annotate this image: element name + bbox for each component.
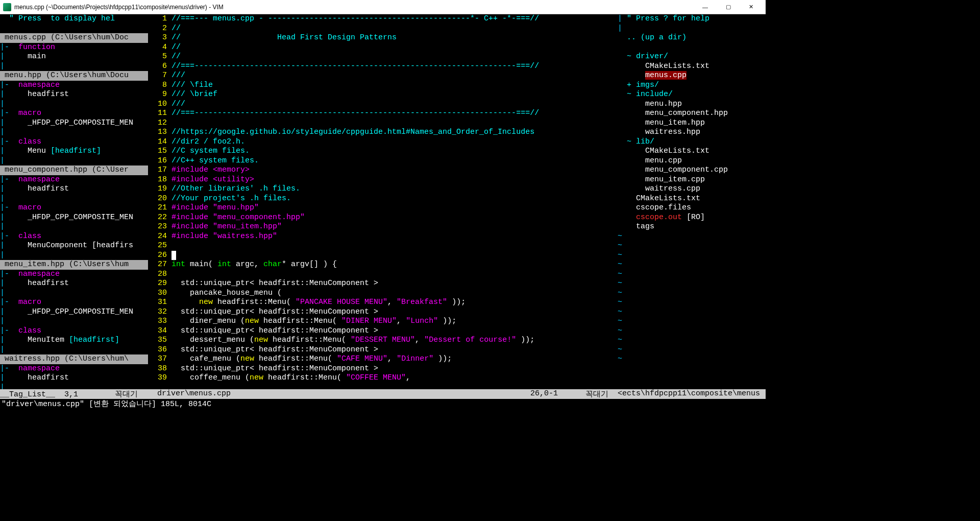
taglist-tag[interactable]: | headfirst [0,184,148,194]
source-line[interactable]: 20 //Your project's .h files. [153,194,613,204]
vim-window: menus.cpp (~\Documents\Projects\hfdpcpp1… [0,0,766,409]
source-line[interactable]: 21 #include "menu.hpp" [153,203,613,213]
source-line[interactable]: 10 /// [153,100,613,109]
minimize-button[interactable]: — [694,0,717,14]
source-pane[interactable]: 1 //===--- menus.cpp - -----------------… [153,14,613,389]
taglist-tag[interactable]: | main [0,52,148,62]
status-row: __Tag_List__ 3,1 꼭대기 driver\menus.cpp 26… [0,389,766,399]
nerdtree-item[interactable]: ~ driver/ [618,52,766,62]
taglist-tag[interactable]: | MenuComponent [headfirs [0,241,148,251]
nerdtree-pane[interactable]: | " Press ? for help| .. (up a dir) ~ dr… [618,14,766,389]
taglist-tag[interactable]: | _HFDP_CPP_COMPOSITE_MEN [0,119,148,128]
taglist-tag[interactable]: | _HFDP_CPP_COMPOSITE_MEN [0,213,148,223]
source-status-pos: 26,0-1 [530,389,558,399]
source-line[interactable]: 23 #include "menu_item.hpp" [153,222,613,232]
source-line[interactable]: 7 /// [153,71,613,81]
command-line[interactable]: "driver\menus.cpp" [변환 되었습니다] 185L, 8014… [0,399,766,409]
source-line[interactable]: 30 pancake_house_menu ( [153,289,613,298]
source-line[interactable]: 4 // [153,43,613,53]
taglist-pane[interactable]: " Press to display hel menus.cpp (C:\Use… [0,14,148,389]
taglist-file-header[interactable]: menus.cpp (C:\Users\hum\Doc [0,33,148,43]
titlebar: menus.cpp (~\Documents\Projects\hfdpcpp1… [0,0,766,14]
source-line[interactable]: 18 #include <utility> [153,175,613,185]
nerdtree-item[interactable]: menu_item.cpp [618,175,766,185]
taglist-file-header[interactable]: menu.hpp (C:\Users\hum\Docu [0,71,148,81]
source-line[interactable]: 22 #include "menu_component.hpp" [153,213,613,223]
vertical-split[interactable] [613,14,618,389]
close-button[interactable]: ✕ [740,0,763,14]
nerdtree-item[interactable]: cscope.files [618,203,766,213]
source-status: driver\menus.cpp 26,0-1 꼭대기 [153,389,613,399]
source-line[interactable]: 29 std::unique_ptr< headfirst::MenuCompo… [153,279,613,289]
nerdtree-item[interactable]: menu_component.hpp [618,109,766,119]
source-line[interactable]: 28 [153,270,613,279]
nerdtree-item[interactable] [618,43,766,53]
taglist-status: __Tag_List__ 3,1 꼭대기 [0,389,148,399]
nerdtree-item[interactable]: waitress.cpp [618,184,766,194]
source-line[interactable]: 35 dessert_menu (new headfirst::Menu( "D… [153,336,613,345]
source-line[interactable]: 31 new headfirst::Menu( "PANCAKE HOUSE M… [153,298,613,307]
source-line[interactable]: 12 [153,119,613,128]
source-line[interactable]: 2 // [153,24,613,34]
source-body[interactable]: 1 //===--- menus.cpp - -----------------… [153,14,613,389]
source-line[interactable]: 14 //dir2 / foo2.h. [153,137,613,147]
taglist-tag[interactable]: | headfirst [0,90,148,100]
source-line[interactable]: 25 [153,241,613,251]
source-line[interactable]: 16 //C++ system files. [153,156,613,166]
nerdtree-item[interactable]: menu.cpp [618,156,766,166]
source-line[interactable]: 33 diner_menu (new headfirst::Menu( "DIN… [153,317,613,326]
source-line[interactable]: 11 //===--------------------------------… [153,109,613,119]
source-line[interactable]: 39 coffee_menu (new headfirst::Menu( "CO… [153,373,613,383]
nerdtree-item[interactable]: waitress.hpp [618,128,766,137]
nerdtree-item[interactable]: ~ lib/ [618,137,766,147]
source-line[interactable]: 36 std::unique_ptr< headfirst::MenuCompo… [153,345,613,355]
source-line[interactable]: 15 //C system files. [153,147,613,156]
nerdtree-item[interactable]: menu.hpp [618,100,766,109]
nerdtree-item[interactable]: CMakeLists.txt [618,147,766,156]
source-line[interactable]: 13 //https://google.github.io/styleguide… [153,128,613,137]
source-line[interactable]: 1 //===--- menus.cpp - -----------------… [153,14,613,24]
nerdtree-item[interactable]: ~ include/ [618,90,766,100]
taglist-tag[interactable]: | headfirst [0,279,148,289]
taglist-body[interactable]: " Press to display hel menus.cpp (C:\Use… [0,14,148,389]
source-status-file: driver\menus.cpp [153,389,231,399]
taglist-file-header[interactable]: menu_item.hpp (C:\Users\hum [0,260,148,270]
window-controls: — ▢ ✕ [694,0,763,14]
nerdtree-item[interactable]: tags [618,222,766,232]
source-line[interactable]: 27 int main( int argc, char* argv[] ) { [153,260,613,270]
source-status-pct: 꼭대기 [585,389,613,399]
nerdtree-item[interactable]: CMakeLists.txt [618,194,766,204]
taglist-tag[interactable]: | headfirst [0,373,148,383]
source-line[interactable]: 24 #include "waitress.hpp" [153,232,613,242]
source-line[interactable]: 26 [153,251,613,260]
nerdtree-item[interactable]: cscope.out [RO] [618,213,766,223]
nerdtree-item[interactable]: menu_component.cpp [618,165,766,175]
taglist-file-header[interactable]: menu_component.hpp (C:\User [0,165,148,175]
source-line[interactable]: 8 /// \file [153,81,613,90]
taglist-file-header[interactable]: waitress.hpp (C:\Users\hum\ [0,354,148,364]
source-line[interactable]: 34 std::unique_ptr< headfirst::MenuCompo… [153,326,613,336]
source-line[interactable]: 17 #include <memory> [153,165,613,175]
source-line[interactable]: 6 //===---------------------------------… [153,62,613,72]
source-line[interactable]: 38 std::unique_ptr< headfirst::MenuCompo… [153,364,613,374]
taglist-tag[interactable]: | MenuItem [headfirst] [0,336,148,345]
nerdtree-item[interactable]: CMakeLists.txt [618,62,766,72]
editor-area: " Press to display hel menus.cpp (C:\Use… [0,14,766,389]
taglist-tag[interactable]: | _HFDP_CPP_COMPOSITE_MEN [0,307,148,317]
nerdtree-body[interactable]: | " Press ? for help| .. (up a dir) ~ dr… [618,14,766,389]
nerdtree-item[interactable]: + imgs/ [618,81,766,90]
window-title: menus.cpp (~\Documents\Projects\hfdpcpp1… [14,4,694,11]
nerdtree-item[interactable]: menus.cpp [618,71,766,81]
nerdtree-item[interactable]: .. (up a dir) [618,33,766,43]
nerdtree-item[interactable]: menu_item.hpp [618,119,766,128]
maximize-button[interactable]: ▢ [717,0,740,14]
source-line[interactable]: 3 // Head First Design Patterns [153,33,613,43]
source-line[interactable]: 32 std::unique_ptr< headfirst::MenuCompo… [153,307,613,317]
nerdtree-status: <ects\hfdpcpp11\composite\menus [618,389,766,399]
source-line[interactable]: 19 //Other libraries' .h files. [153,184,613,194]
source-line[interactable]: 5 // [153,52,613,62]
source-line[interactable]: 37 cafe_menu (new headfirst::Menu( "CAFE… [153,354,613,364]
taglist-tag[interactable]: | Menu [headfirst] [0,147,148,156]
source-line[interactable]: 9 /// \brief [153,90,613,100]
vertical-split[interactable] [148,14,153,389]
